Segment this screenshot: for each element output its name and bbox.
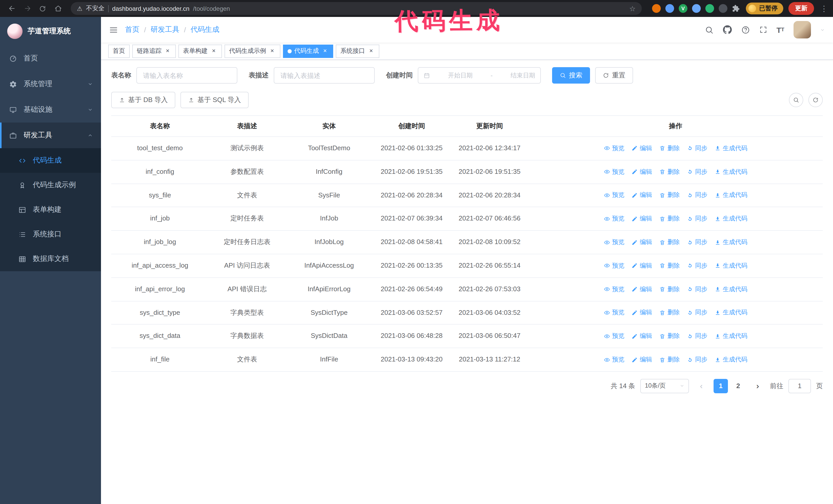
fullscreen-icon[interactable] [759, 26, 767, 34]
generate-code-link[interactable]: 生成代码 [715, 237, 747, 247]
breadcrumb-item[interactable]: 首页 [125, 25, 139, 34]
sync-link[interactable]: 同步 [687, 355, 708, 364]
page-button[interactable]: 1 [714, 379, 728, 393]
delete-link[interactable]: 删除 [659, 355, 680, 364]
sidebar-item-devtools[interactable]: 研发工具 [0, 123, 101, 148]
edit-link[interactable]: 编辑 [632, 355, 652, 364]
delete-link[interactable]: 删除 [659, 214, 680, 223]
sync-link[interactable]: 同步 [687, 237, 708, 247]
address-bar[interactable]: ⚠ 不安全 dashboard.yudao.iocoder.cn /tool/c… [71, 2, 642, 15]
bookmark-star-icon[interactable]: ☆ [629, 4, 636, 13]
close-icon[interactable]: × [367, 47, 375, 55]
generate-code-link[interactable]: 生成代码 [715, 331, 747, 341]
close-icon[interactable]: × [164, 47, 171, 55]
tab-codegen-example[interactable]: 代码生成示例× [224, 44, 280, 58]
preview-link[interactable]: 预览 [604, 214, 624, 223]
preview-link[interactable]: 预览 [604, 284, 624, 294]
edit-link[interactable]: 编辑 [632, 167, 652, 177]
date-range-picker[interactable]: 开始日期 - 结束日期 [418, 67, 541, 83]
sidebar-item-infra[interactable]: 基础设施 [0, 97, 101, 123]
extension-icon[interactable] [692, 4, 701, 13]
page-size-select[interactable]: 10条/页 [640, 379, 689, 393]
sidebar-item-system[interactable]: 系统管理 [0, 71, 101, 97]
delete-link[interactable]: 删除 [659, 237, 680, 247]
edit-link[interactable]: 编辑 [632, 308, 652, 318]
generate-code-link[interactable]: 生成代码 [715, 284, 747, 294]
profile-paused-badge[interactable]: 已暂停 [746, 3, 783, 14]
close-icon[interactable]: × [322, 47, 329, 55]
update-button[interactable]: 更新 [788, 2, 814, 15]
user-avatar[interactable] [793, 21, 811, 39]
search-icon[interactable] [705, 25, 713, 34]
kebab-menu-icon[interactable]: ⋮ [820, 4, 828, 13]
edit-link[interactable]: 编辑 [632, 261, 652, 271]
sidebar-subitem-form-build[interactable]: 表单构建 [0, 197, 101, 222]
tab-api[interactable]: 系统接口× [336, 44, 379, 58]
generate-code-link[interactable]: 生成代码 [715, 261, 747, 271]
hamburger-icon[interactable] [109, 25, 118, 34]
edit-link[interactable]: 编辑 [632, 214, 652, 223]
goto-page-input[interactable] [788, 379, 811, 393]
delete-link[interactable]: 删除 [659, 284, 680, 294]
table-desc-input[interactable] [274, 67, 375, 83]
tab-codegen[interactable]: 代码生成× [283, 44, 333, 58]
close-icon[interactable]: × [210, 47, 217, 55]
search-button[interactable]: 搜索 [552, 67, 590, 83]
generate-code-link[interactable]: 生成代码 [715, 214, 747, 223]
extension-icon[interactable] [665, 4, 674, 13]
github-icon[interactable] [722, 25, 732, 34]
edit-link[interactable]: 编辑 [632, 237, 652, 247]
page-button[interactable]: 2 [731, 379, 745, 393]
generate-code-link[interactable]: 生成代码 [715, 308, 747, 318]
delete-link[interactable]: 删除 [659, 331, 680, 341]
sidebar-subitem-db-doc[interactable]: 数据库文档 [0, 247, 101, 271]
forward-icon[interactable] [21, 2, 34, 15]
breadcrumb-item[interactable]: 代码生成 [191, 25, 219, 34]
back-icon[interactable] [5, 2, 19, 15]
preview-link[interactable]: 预览 [604, 167, 624, 177]
extension-icon[interactable] [652, 4, 661, 13]
preview-link[interactable]: 预览 [604, 237, 624, 247]
breadcrumb-item[interactable]: 研发工具 [151, 25, 180, 34]
delete-link[interactable]: 删除 [659, 167, 680, 177]
tab-tracer[interactable]: 链路追踪× [132, 44, 176, 58]
sync-link[interactable]: 同步 [687, 261, 708, 271]
preview-link[interactable]: 预览 [604, 261, 624, 271]
edit-link[interactable]: 编辑 [632, 284, 652, 294]
reload-icon[interactable] [36, 2, 49, 15]
extension-icon[interactable]: V [679, 4, 687, 13]
sidebar-subitem-codegen-example[interactable]: 代码生成示例 [0, 173, 101, 197]
tab-form-build[interactable]: 表单构建× [178, 44, 222, 58]
generate-code-link[interactable]: 生成代码 [715, 144, 747, 153]
generate-code-link[interactable]: 生成代码 [715, 167, 747, 177]
chevron-down-icon[interactable] [820, 27, 825, 32]
sync-link[interactable]: 同步 [687, 167, 708, 177]
app-logo[interactable]: 芋道管理系统 [0, 17, 101, 46]
close-icon[interactable]: × [269, 47, 276, 55]
home-icon[interactable] [51, 2, 65, 15]
sidebar-subitem-codegen[interactable]: 代码生成 [0, 148, 101, 173]
edit-link[interactable]: 编辑 [632, 144, 652, 153]
import-db-button[interactable]: 基于 DB 导入 [111, 92, 175, 108]
generate-code-link[interactable]: 生成代码 [715, 190, 747, 200]
help-icon[interactable] [741, 25, 750, 34]
next-page-button[interactable]: › [751, 379, 765, 393]
sync-link[interactable]: 同步 [687, 190, 708, 200]
delete-link[interactable]: 删除 [659, 190, 680, 200]
preview-link[interactable]: 预览 [604, 308, 624, 318]
prev-page-button[interactable]: ‹ [694, 379, 709, 393]
preview-link[interactable]: 预览 [604, 190, 624, 200]
sidebar-subitem-api[interactable]: 系统接口 [0, 222, 101, 247]
sync-link[interactable]: 同步 [687, 331, 708, 341]
sync-link[interactable]: 同步 [687, 144, 708, 153]
preview-link[interactable]: 预览 [604, 331, 624, 341]
table-name-input[interactable] [136, 67, 237, 83]
preview-link[interactable]: 预览 [604, 144, 624, 153]
delete-link[interactable]: 删除 [659, 308, 680, 318]
reset-button[interactable]: 重置 [595, 67, 633, 83]
delete-link[interactable]: 删除 [659, 261, 680, 271]
import-sql-button[interactable]: 基于 SQL 导入 [181, 92, 249, 108]
puzzle-icon[interactable] [732, 5, 740, 12]
toggle-search-button[interactable] [789, 93, 803, 107]
sync-link[interactable]: 同步 [687, 214, 708, 223]
